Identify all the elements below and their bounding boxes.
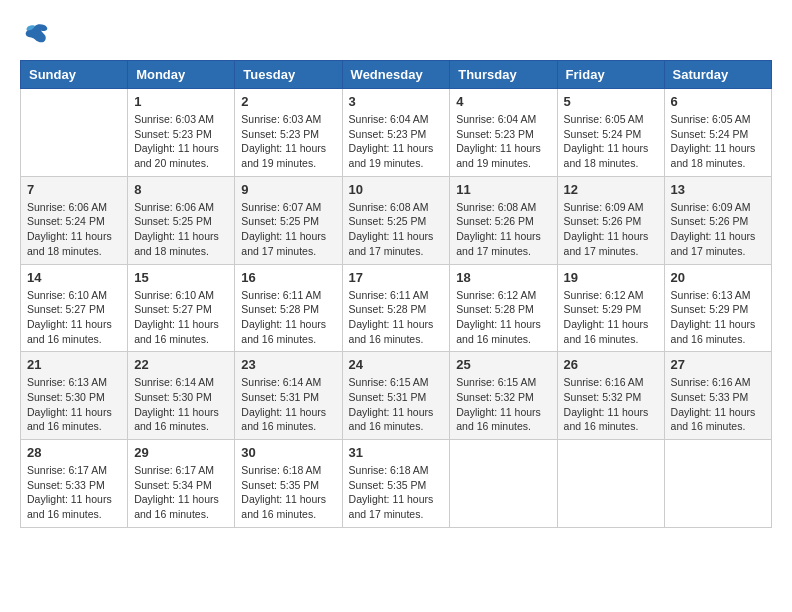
calendar-cell: 9Sunrise: 6:07 AM Sunset: 5:25 PM Daylig… bbox=[235, 176, 342, 264]
cell-info: Sunrise: 6:07 AM Sunset: 5:25 PM Dayligh… bbox=[241, 200, 335, 259]
weekday-header: Thursday bbox=[450, 61, 557, 89]
cell-info: Sunrise: 6:17 AM Sunset: 5:34 PM Dayligh… bbox=[134, 463, 228, 522]
day-number: 15 bbox=[134, 270, 228, 285]
calendar-cell: 21Sunrise: 6:13 AM Sunset: 5:30 PM Dayli… bbox=[21, 352, 128, 440]
calendar-cell: 2Sunrise: 6:03 AM Sunset: 5:23 PM Daylig… bbox=[235, 89, 342, 177]
calendar-cell: 11Sunrise: 6:08 AM Sunset: 5:26 PM Dayli… bbox=[450, 176, 557, 264]
calendar-table: SundayMondayTuesdayWednesdayThursdayFrid… bbox=[20, 60, 772, 528]
weekday-header: Saturday bbox=[664, 61, 771, 89]
weekday-header: Sunday bbox=[21, 61, 128, 89]
calendar-cell: 14Sunrise: 6:10 AM Sunset: 5:27 PM Dayli… bbox=[21, 264, 128, 352]
calendar-cell bbox=[21, 89, 128, 177]
cell-info: Sunrise: 6:12 AM Sunset: 5:28 PM Dayligh… bbox=[456, 288, 550, 347]
cell-info: Sunrise: 6:03 AM Sunset: 5:23 PM Dayligh… bbox=[241, 112, 335, 171]
calendar-cell: 29Sunrise: 6:17 AM Sunset: 5:34 PM Dayli… bbox=[128, 440, 235, 528]
cell-info: Sunrise: 6:16 AM Sunset: 5:32 PM Dayligh… bbox=[564, 375, 658, 434]
day-number: 23 bbox=[241, 357, 335, 372]
calendar-cell: 22Sunrise: 6:14 AM Sunset: 5:30 PM Dayli… bbox=[128, 352, 235, 440]
cell-info: Sunrise: 6:09 AM Sunset: 5:26 PM Dayligh… bbox=[671, 200, 765, 259]
logo-icon bbox=[20, 20, 50, 50]
calendar-week-row: 7Sunrise: 6:06 AM Sunset: 5:24 PM Daylig… bbox=[21, 176, 772, 264]
calendar-cell: 31Sunrise: 6:18 AM Sunset: 5:35 PM Dayli… bbox=[342, 440, 450, 528]
cell-info: Sunrise: 6:18 AM Sunset: 5:35 PM Dayligh… bbox=[241, 463, 335, 522]
calendar-cell: 23Sunrise: 6:14 AM Sunset: 5:31 PM Dayli… bbox=[235, 352, 342, 440]
calendar-cell: 15Sunrise: 6:10 AM Sunset: 5:27 PM Dayli… bbox=[128, 264, 235, 352]
weekday-header: Wednesday bbox=[342, 61, 450, 89]
day-number: 28 bbox=[27, 445, 121, 460]
cell-info: Sunrise: 6:13 AM Sunset: 5:29 PM Dayligh… bbox=[671, 288, 765, 347]
day-number: 13 bbox=[671, 182, 765, 197]
calendar-week-row: 21Sunrise: 6:13 AM Sunset: 5:30 PM Dayli… bbox=[21, 352, 772, 440]
day-number: 9 bbox=[241, 182, 335, 197]
cell-info: Sunrise: 6:15 AM Sunset: 5:31 PM Dayligh… bbox=[349, 375, 444, 434]
day-number: 12 bbox=[564, 182, 658, 197]
day-number: 25 bbox=[456, 357, 550, 372]
cell-info: Sunrise: 6:17 AM Sunset: 5:33 PM Dayligh… bbox=[27, 463, 121, 522]
day-number: 21 bbox=[27, 357, 121, 372]
day-number: 30 bbox=[241, 445, 335, 460]
calendar-cell: 16Sunrise: 6:11 AM Sunset: 5:28 PM Dayli… bbox=[235, 264, 342, 352]
day-number: 5 bbox=[564, 94, 658, 109]
day-number: 17 bbox=[349, 270, 444, 285]
calendar-cell: 13Sunrise: 6:09 AM Sunset: 5:26 PM Dayli… bbox=[664, 176, 771, 264]
calendar-cell: 19Sunrise: 6:12 AM Sunset: 5:29 PM Dayli… bbox=[557, 264, 664, 352]
calendar-week-row: 1Sunrise: 6:03 AM Sunset: 5:23 PM Daylig… bbox=[21, 89, 772, 177]
cell-info: Sunrise: 6:11 AM Sunset: 5:28 PM Dayligh… bbox=[241, 288, 335, 347]
cell-info: Sunrise: 6:10 AM Sunset: 5:27 PM Dayligh… bbox=[134, 288, 228, 347]
calendar-cell: 26Sunrise: 6:16 AM Sunset: 5:32 PM Dayli… bbox=[557, 352, 664, 440]
calendar-cell: 20Sunrise: 6:13 AM Sunset: 5:29 PM Dayli… bbox=[664, 264, 771, 352]
cell-info: Sunrise: 6:14 AM Sunset: 5:30 PM Dayligh… bbox=[134, 375, 228, 434]
cell-info: Sunrise: 6:04 AM Sunset: 5:23 PM Dayligh… bbox=[349, 112, 444, 171]
day-number: 14 bbox=[27, 270, 121, 285]
calendar-cell: 28Sunrise: 6:17 AM Sunset: 5:33 PM Dayli… bbox=[21, 440, 128, 528]
page-header bbox=[20, 20, 772, 50]
cell-info: Sunrise: 6:11 AM Sunset: 5:28 PM Dayligh… bbox=[349, 288, 444, 347]
day-number: 31 bbox=[349, 445, 444, 460]
cell-info: Sunrise: 6:15 AM Sunset: 5:32 PM Dayligh… bbox=[456, 375, 550, 434]
day-number: 10 bbox=[349, 182, 444, 197]
day-number: 4 bbox=[456, 94, 550, 109]
day-number: 7 bbox=[27, 182, 121, 197]
cell-info: Sunrise: 6:05 AM Sunset: 5:24 PM Dayligh… bbox=[564, 112, 658, 171]
cell-info: Sunrise: 6:03 AM Sunset: 5:23 PM Dayligh… bbox=[134, 112, 228, 171]
calendar-cell: 25Sunrise: 6:15 AM Sunset: 5:32 PM Dayli… bbox=[450, 352, 557, 440]
weekday-header: Friday bbox=[557, 61, 664, 89]
cell-info: Sunrise: 6:06 AM Sunset: 5:25 PM Dayligh… bbox=[134, 200, 228, 259]
cell-info: Sunrise: 6:14 AM Sunset: 5:31 PM Dayligh… bbox=[241, 375, 335, 434]
cell-info: Sunrise: 6:16 AM Sunset: 5:33 PM Dayligh… bbox=[671, 375, 765, 434]
cell-info: Sunrise: 6:06 AM Sunset: 5:24 PM Dayligh… bbox=[27, 200, 121, 259]
weekday-header: Tuesday bbox=[235, 61, 342, 89]
calendar-cell: 30Sunrise: 6:18 AM Sunset: 5:35 PM Dayli… bbox=[235, 440, 342, 528]
day-number: 29 bbox=[134, 445, 228, 460]
cell-info: Sunrise: 6:04 AM Sunset: 5:23 PM Dayligh… bbox=[456, 112, 550, 171]
cell-info: Sunrise: 6:05 AM Sunset: 5:24 PM Dayligh… bbox=[671, 112, 765, 171]
cell-info: Sunrise: 6:08 AM Sunset: 5:25 PM Dayligh… bbox=[349, 200, 444, 259]
calendar-cell: 18Sunrise: 6:12 AM Sunset: 5:28 PM Dayli… bbox=[450, 264, 557, 352]
day-number: 1 bbox=[134, 94, 228, 109]
calendar-cell bbox=[664, 440, 771, 528]
calendar-cell: 10Sunrise: 6:08 AM Sunset: 5:25 PM Dayli… bbox=[342, 176, 450, 264]
day-number: 6 bbox=[671, 94, 765, 109]
calendar-cell: 17Sunrise: 6:11 AM Sunset: 5:28 PM Dayli… bbox=[342, 264, 450, 352]
calendar-cell bbox=[557, 440, 664, 528]
day-number: 3 bbox=[349, 94, 444, 109]
calendar-cell: 1Sunrise: 6:03 AM Sunset: 5:23 PM Daylig… bbox=[128, 89, 235, 177]
calendar-cell: 5Sunrise: 6:05 AM Sunset: 5:24 PM Daylig… bbox=[557, 89, 664, 177]
day-number: 22 bbox=[134, 357, 228, 372]
calendar-cell: 7Sunrise: 6:06 AM Sunset: 5:24 PM Daylig… bbox=[21, 176, 128, 264]
cell-info: Sunrise: 6:13 AM Sunset: 5:30 PM Dayligh… bbox=[27, 375, 121, 434]
calendar-cell bbox=[450, 440, 557, 528]
calendar-week-row: 14Sunrise: 6:10 AM Sunset: 5:27 PM Dayli… bbox=[21, 264, 772, 352]
day-number: 8 bbox=[134, 182, 228, 197]
day-number: 19 bbox=[564, 270, 658, 285]
day-number: 26 bbox=[564, 357, 658, 372]
cell-info: Sunrise: 6:10 AM Sunset: 5:27 PM Dayligh… bbox=[27, 288, 121, 347]
cell-info: Sunrise: 6:08 AM Sunset: 5:26 PM Dayligh… bbox=[456, 200, 550, 259]
calendar-cell: 4Sunrise: 6:04 AM Sunset: 5:23 PM Daylig… bbox=[450, 89, 557, 177]
day-number: 11 bbox=[456, 182, 550, 197]
day-number: 24 bbox=[349, 357, 444, 372]
day-number: 20 bbox=[671, 270, 765, 285]
cell-info: Sunrise: 6:12 AM Sunset: 5:29 PM Dayligh… bbox=[564, 288, 658, 347]
calendar-cell: 24Sunrise: 6:15 AM Sunset: 5:31 PM Dayli… bbox=[342, 352, 450, 440]
calendar-cell: 27Sunrise: 6:16 AM Sunset: 5:33 PM Dayli… bbox=[664, 352, 771, 440]
